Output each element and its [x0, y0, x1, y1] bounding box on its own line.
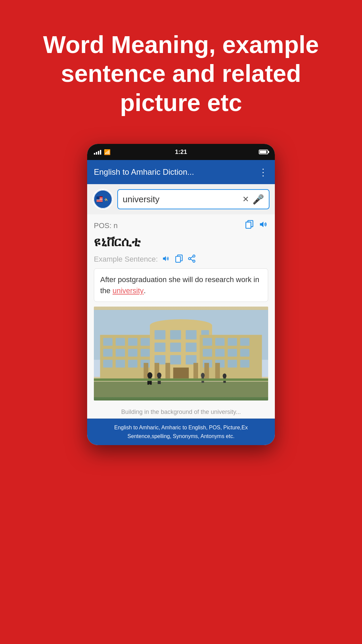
signal-bar-2: [96, 152, 97, 155]
status-bar: 📶 1:21: [87, 144, 275, 160]
signal-bar-4: [100, 150, 101, 155]
svg-rect-81: [94, 378, 268, 381]
signal-bar-1: [94, 153, 95, 155]
svg-rect-55: [228, 338, 237, 346]
svg-rect-32: [140, 349, 150, 357]
svg-rect-27: [128, 338, 137, 346]
svg-rect-39: [155, 330, 166, 340]
svg-point-15: [193, 260, 195, 263]
example-sentence-row: Example Sentence:: [94, 254, 268, 264]
svg-line-16: [190, 259, 193, 261]
promo-title: Word Meaning, example sentence and relat…: [0, 0, 362, 144]
app-footer: English to Amharic, Amharic to English, …: [87, 419, 275, 445]
search-input-wrapper[interactable]: university ✕ 🎤: [117, 189, 269, 209]
status-time: 1:21: [175, 149, 187, 156]
svg-rect-8: [246, 222, 251, 228]
svg-rect-53: [203, 338, 212, 346]
svg-rect-29: [103, 349, 113, 357]
svg-rect-67: [166, 363, 170, 378]
svg-point-0: [94, 190, 112, 208]
svg-rect-44: [170, 343, 181, 352]
svg-rect-34: [116, 360, 125, 368]
app-logo: → አ: [93, 189, 113, 210]
example-label: Example Sentence:: [94, 255, 158, 264]
svg-rect-35: [128, 360, 137, 368]
svg-rect-31: [128, 349, 137, 357]
svg-rect-73: [147, 380, 149, 385]
svg-marker-9: [260, 222, 264, 227]
svg-point-71: [147, 372, 153, 379]
status-right: [259, 150, 268, 154]
svg-point-79: [223, 374, 226, 379]
svg-point-77: [201, 373, 204, 378]
menu-dots-icon[interactable]: ⋮: [258, 167, 268, 178]
building-svg: [94, 307, 268, 400]
search-area: → አ university ✕ 🎤: [87, 184, 275, 214]
example-copy-icon[interactable]: [175, 254, 183, 264]
svg-rect-57: [203, 349, 212, 357]
svg-point-13: [193, 255, 195, 257]
sentence-keyword: university: [113, 286, 144, 295]
svg-rect-45: [186, 343, 197, 352]
svg-rect-70: [215, 363, 220, 378]
svg-rect-59: [228, 349, 237, 357]
speaker-icon[interactable]: [259, 220, 268, 231]
svg-rect-69: [204, 363, 209, 378]
status-left: 📶: [94, 149, 111, 155]
svg-rect-4: [97, 197, 100, 200]
svg-rect-3: [97, 201, 103, 202]
svg-rect-43: [155, 343, 166, 352]
svg-line-17: [190, 257, 193, 258]
example-speaker-icon[interactable]: [162, 254, 171, 264]
svg-rect-28: [140, 338, 150, 346]
svg-marker-10: [163, 256, 166, 261]
signal-bar-3: [98, 151, 99, 155]
footer-line-1: English to Amharic, Amharic to English, …: [114, 425, 248, 430]
example-share-icon[interactable]: [187, 254, 196, 264]
app-bar-title: English to Amharic Diction...: [94, 167, 194, 177]
pos-row: POS: n: [94, 220, 268, 231]
svg-rect-12: [176, 257, 180, 262]
footer-line-2: Sentence,spelling, Synonyms, Antonyms et…: [127, 433, 234, 439]
svg-rect-30: [116, 349, 125, 357]
wifi-icon: 📶: [104, 149, 111, 155]
copy-icon[interactable]: [245, 220, 254, 231]
svg-rect-41: [186, 330, 197, 340]
app-bar: English to Amharic Diction... ⋮: [87, 160, 275, 184]
svg-point-38: [150, 319, 212, 332]
mic-icon[interactable]: 🎤: [252, 194, 264, 205]
svg-point-14: [188, 258, 191, 260]
svg-rect-58: [215, 349, 225, 357]
svg-rect-40: [170, 330, 181, 340]
svg-rect-33: [103, 360, 113, 368]
svg-rect-21: [94, 382, 268, 397]
university-building-image: [94, 307, 268, 400]
definition-action-icons: [245, 220, 268, 231]
search-query-text: university: [123, 194, 239, 205]
svg-point-75: [157, 373, 162, 378]
svg-rect-64: [240, 360, 249, 368]
svg-rect-25: [103, 338, 113, 346]
sentence-text-after: .: [144, 286, 146, 295]
svg-rect-56: [240, 338, 249, 346]
partial-caption: Building in the background of the univer…: [87, 406, 275, 419]
battery-fill: [260, 151, 266, 153]
svg-rect-51: [173, 368, 189, 379]
example-sentence-box: After postgraduation she will do researc…: [94, 268, 268, 302]
logo-svg: → አ: [94, 189, 112, 210]
content-area: POS: n ዩ: [87, 214, 275, 406]
svg-rect-54: [215, 338, 225, 346]
svg-text:አ: አ: [105, 197, 108, 202]
svg-rect-48: [170, 355, 181, 365]
svg-rect-63: [228, 360, 237, 368]
footer-text: English to Amharic, Amharic to English, …: [94, 423, 268, 440]
svg-rect-74: [150, 380, 152, 385]
svg-rect-68: [193, 363, 198, 378]
svg-rect-26: [116, 338, 125, 346]
battery-icon: [259, 150, 268, 154]
pos-label: POS: n: [94, 221, 118, 230]
amharic-word: ዩኒቨርሲቲ: [94, 235, 268, 250]
clear-search-icon[interactable]: ✕: [242, 195, 249, 204]
svg-rect-60: [240, 349, 249, 357]
signal-icon: [94, 149, 101, 155]
